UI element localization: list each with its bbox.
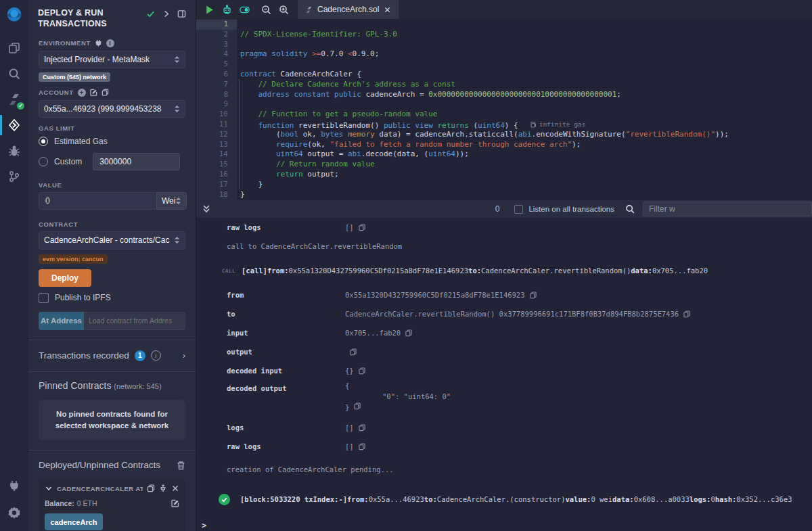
contract-select[interactable]: CadenceArchCaler - contracts/Cac bbox=[39, 231, 185, 250]
search-icon[interactable] bbox=[625, 204, 635, 214]
log-key: decoded input bbox=[196, 367, 345, 375]
line-number: 4 bbox=[196, 49, 237, 60]
debugger-icon[interactable] bbox=[0, 138, 28, 164]
copy-icon[interactable] bbox=[350, 348, 357, 356]
custom-gas-radio[interactable] bbox=[39, 157, 48, 166]
publish-ipfs-option: Publish to IPFS bbox=[39, 293, 185, 303]
contract-label: CONTRACT bbox=[39, 221, 185, 228]
collapse-terminal-icon[interactable] bbox=[202, 204, 210, 214]
copy-icon[interactable] bbox=[530, 292, 537, 299]
close-tab-icon[interactable] bbox=[384, 6, 391, 14]
balance-row: Balance: 0 ETH bbox=[45, 499, 179, 507]
line-number: 3 bbox=[196, 40, 237, 50]
filter-input[interactable] bbox=[643, 202, 812, 216]
chevron-updown-icon bbox=[175, 197, 181, 205]
active-tab-indicator bbox=[0, 115, 2, 135]
plug-icon[interactable] bbox=[95, 39, 102, 47]
copy-icon[interactable] bbox=[359, 443, 365, 451]
code-line-3: 3 bbox=[196, 40, 812, 50]
copy-icon[interactable] bbox=[359, 367, 365, 375]
line-number: 15 bbox=[196, 160, 237, 170]
terminal-message: call to CadenceArchCaler.revertibleRando… bbox=[196, 237, 812, 256]
code-line-13: 13 require(ok, "failed to fetch a random… bbox=[196, 140, 812, 150]
terminal-prompt[interactable]: > bbox=[196, 521, 812, 530]
solidity-icon bbox=[305, 6, 313, 14]
log-value: {} bbox=[345, 367, 354, 375]
copy-icon[interactable] bbox=[359, 424, 365, 432]
file-explorer-icon[interactable] bbox=[0, 35, 28, 61]
code-line-6: 6contract CadenceArchCaler { bbox=[196, 70, 812, 80]
custom-gas-input[interactable] bbox=[93, 153, 180, 170]
plugin-manager-icon[interactable] bbox=[0, 473, 28, 499]
ai-assistant-icon[interactable] bbox=[218, 0, 235, 19]
custom-gas-option: Custom bbox=[39, 153, 185, 170]
log-key: decoded output bbox=[196, 380, 345, 413]
close-icon[interactable] bbox=[171, 484, 179, 492]
log-value: [] bbox=[345, 223, 354, 231]
edit-account-icon[interactable] bbox=[90, 89, 97, 96]
edit-icon[interactable] bbox=[171, 499, 179, 507]
code-line-4: 4pragma solidity >=0.7.0 <0.9.0; bbox=[196, 49, 812, 60]
copy-account-icon[interactable] bbox=[102, 89, 109, 96]
run-script-icon[interactable] bbox=[200, 0, 218, 19]
log-value: 0x55a1320D432759960C5Df0215a8dF78e1E1469… bbox=[345, 291, 525, 299]
at-address-button[interactable]: At Address bbox=[39, 312, 84, 330]
publish-ipfs-checkbox[interactable] bbox=[39, 293, 49, 303]
terminal[interactable]: raw logs[]call to CadenceArchCaler.rever… bbox=[196, 218, 812, 531]
trash-icon[interactable] bbox=[177, 461, 185, 470]
copy-icon[interactable] bbox=[405, 329, 412, 337]
copy-icon[interactable] bbox=[354, 402, 361, 410]
deploy-button[interactable]: Deploy bbox=[39, 269, 91, 287]
network-badge: Custom (545) network bbox=[39, 72, 110, 82]
terminal-message: creation of CadenceArchCaler pending... bbox=[196, 460, 812, 479]
log-key: raw logs bbox=[196, 442, 345, 451]
git-icon[interactable] bbox=[0, 164, 28, 189]
log-key: from bbox=[196, 291, 345, 299]
line-number: 10 bbox=[196, 110, 237, 120]
listen-all-checkbox[interactable] bbox=[514, 205, 523, 214]
code-line-5: 5 bbox=[196, 60, 812, 70]
value-unit-select[interactable]: Wei bbox=[156, 192, 187, 210]
tab-cadencearch-sol[interactable]: CadenceArch.sol bbox=[298, 0, 399, 19]
environment-select[interactable]: Injected Provider - MetaMask bbox=[39, 51, 185, 68]
expand-chevron-icon[interactable]: › bbox=[183, 350, 185, 361]
terminal-header: 0 Listen on all transactions bbox=[196, 200, 812, 218]
code-line-16: 16 return output; bbox=[196, 170, 812, 180]
code-editor[interactable]: 12// SPDX-License-Identifier: GPL-3.034p… bbox=[196, 19, 812, 200]
cadencearch-function-button[interactable]: cadenceArch bbox=[45, 513, 103, 530]
search-icon[interactable] bbox=[0, 61, 28, 87]
code-line-14: 14 uint64 output = abi.decode(data, (uin… bbox=[196, 149, 812, 160]
copy-icon[interactable] bbox=[147, 484, 155, 492]
copy-icon[interactable] bbox=[683, 310, 690, 318]
copy-icon[interactable] bbox=[359, 224, 365, 231]
ai-copilot-toggle-icon[interactable] bbox=[235, 0, 253, 19]
line-number: 18 bbox=[196, 190, 237, 200]
info-icon[interactable]: i bbox=[106, 39, 114, 47]
estimated-gas-radio[interactable] bbox=[39, 137, 48, 146]
pin-panel-icon[interactable] bbox=[177, 9, 186, 18]
at-address-input[interactable] bbox=[84, 312, 185, 330]
solidity-compiler-icon[interactable]: ✓ bbox=[0, 87, 28, 112]
info-icon[interactable]: i bbox=[151, 350, 161, 361]
remix-logo bbox=[4, 5, 24, 26]
collapse-chevron-icon[interactable] bbox=[45, 484, 53, 492]
pin-icon[interactable] bbox=[159, 484, 167, 492]
code-line-9: 9 bbox=[196, 99, 812, 110]
log-value: [] bbox=[345, 442, 354, 451]
zoom-in-icon[interactable] bbox=[275, 0, 292, 19]
settings-icon[interactable] bbox=[0, 500, 28, 526]
value-input[interactable] bbox=[39, 192, 156, 210]
log-key: to bbox=[196, 310, 345, 318]
transactions-count-badge: 1 bbox=[135, 350, 145, 361]
forward-chevron-icon[interactable] bbox=[162, 9, 171, 18]
account-select[interactable]: 0x55a...46923 (999.9999453238 bbox=[39, 100, 185, 118]
chevron-updown-icon bbox=[174, 236, 180, 244]
deploy-run-icon[interactable] bbox=[0, 112, 28, 138]
line-number: 5 bbox=[196, 60, 237, 70]
zoom-out-icon[interactable] bbox=[257, 0, 275, 19]
call-tag: call bbox=[222, 268, 242, 274]
add-account-icon[interactable]: + bbox=[78, 89, 86, 97]
code-line-15: 15 // Return random value bbox=[196, 160, 812, 170]
block-log-entry[interactable]: [block:5033220 txIndex:-] from: 0x55a...… bbox=[196, 490, 812, 509]
call-log-entry[interactable]: call[call] from: 0x55a1320D432759960C5Df… bbox=[196, 261, 812, 280]
